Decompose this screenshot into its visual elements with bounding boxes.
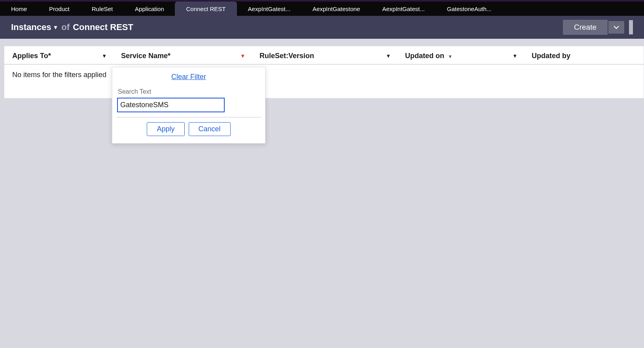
search-text-input[interactable] bbox=[117, 98, 225, 112]
filter-icon[interactable]: ▼ bbox=[102, 53, 110, 59]
create-button[interactable]: Create bbox=[563, 20, 608, 35]
caret-down-icon: ▼ bbox=[53, 24, 59, 30]
results-panel: Applies To* ▼ Service Name* ▼ RuleSet:Ve… bbox=[4, 46, 644, 99]
search-text-label: Search Text bbox=[117, 88, 260, 95]
filter-icon[interactable]: ▼ bbox=[240, 53, 248, 59]
column-header-ruleset-version[interactable]: RuleSet:Version ▼ bbox=[252, 46, 397, 64]
column-header-service-name[interactable]: Service Name* ▼ bbox=[113, 46, 252, 64]
tab-home[interactable]: Home bbox=[0, 2, 38, 16]
divider bbox=[116, 117, 261, 117]
tab-aexpintgatestone[interactable]: AexpIntGatestone bbox=[301, 2, 371, 16]
tab-aexpintgatest-1[interactable]: AexpIntGatest... bbox=[237, 2, 302, 16]
column-label: Service Name* bbox=[121, 52, 170, 60]
column-header-updated-by[interactable]: Updated by bbox=[524, 46, 642, 64]
tab-connect-rest[interactable]: Connect REST bbox=[175, 2, 237, 16]
column-label: Updated by bbox=[532, 52, 570, 60]
tab-bar: Home Product RuleSet Application Connect… bbox=[0, 2, 644, 16]
instances-label: Instances bbox=[11, 22, 51, 32]
column-label: RuleSet:Version bbox=[259, 52, 314, 60]
chevron-down-icon bbox=[613, 24, 619, 30]
tab-gatestoneauth[interactable]: GatestoneAuth... bbox=[436, 2, 503, 16]
of-label: of bbox=[61, 22, 70, 32]
column-header-applies-to[interactable]: Applies To* ▼ bbox=[4, 46, 113, 64]
tab-application[interactable]: Application bbox=[124, 2, 175, 16]
instances-dropdown[interactable]: Instances ▼ bbox=[11, 22, 58, 32]
sort-desc-icon: ▼ bbox=[448, 54, 453, 59]
filter-popover: Clear Filter Search Text Apply Cancel bbox=[112, 67, 265, 144]
empty-message: No items for the filters applied bbox=[12, 71, 106, 79]
create-dropdown-button[interactable] bbox=[608, 21, 624, 34]
filter-icon[interactable]: ▼ bbox=[512, 53, 521, 59]
table-header: Applies To* ▼ Service Name* ▼ RuleSet:Ve… bbox=[4, 46, 644, 64]
column-label: Applies To* bbox=[12, 52, 51, 60]
type-label: Connect REST bbox=[73, 22, 133, 32]
page-subheader: Instances ▼ of Connect REST Create bbox=[0, 16, 644, 39]
cancel-button[interactable]: Cancel bbox=[189, 122, 231, 136]
apply-button[interactable]: Apply bbox=[147, 122, 184, 136]
filter-icon[interactable]: ▼ bbox=[386, 53, 394, 59]
table-body: No items for the filters applied bbox=[4, 64, 644, 98]
tab-aexpintgatest-2[interactable]: AexpIntGatest... bbox=[371, 2, 436, 16]
tab-product[interactable]: Product bbox=[38, 2, 81, 16]
column-label: Updated on bbox=[405, 52, 444, 60]
overflow-edge bbox=[629, 20, 633, 34]
column-header-updated-on[interactable]: Updated on ▼ ▼ bbox=[397, 46, 524, 64]
tab-ruleset[interactable]: RuleSet bbox=[81, 2, 124, 16]
clear-filter-link[interactable]: Clear Filter bbox=[117, 73, 260, 81]
